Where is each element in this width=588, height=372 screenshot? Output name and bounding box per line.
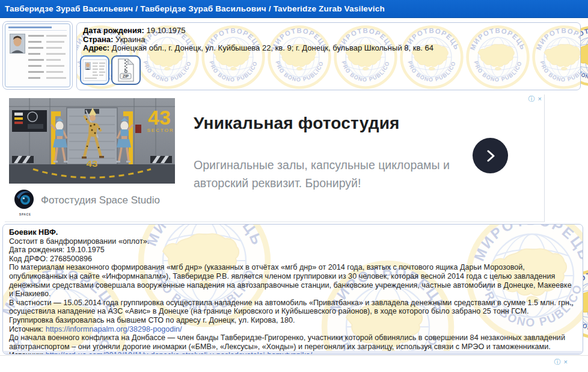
advertisement-bottom-strip: ⓘ× bbox=[0, 355, 588, 372]
document-field-line bbox=[28, 35, 44, 37]
attachment-zip-archive[interactable]: ZIP bbox=[111, 55, 141, 85]
dossier-paragraph: До начала военного конфликта на Донбассе… bbox=[9, 333, 577, 351]
dossier-status-line: Боевик НВФ. bbox=[9, 228, 577, 237]
space-studio-logo-icon bbox=[13, 188, 35, 210]
dossier-line: Код ДРФО: 2768500896 bbox=[9, 255, 577, 264]
ad-info-icon[interactable]: ⓘ bbox=[528, 95, 535, 102]
document-field-line bbox=[28, 71, 44, 73]
document-scan-image[interactable] bbox=[5, 23, 70, 87]
zip-label: ZIP bbox=[123, 74, 129, 78]
dossier-panel: Боевик НВФ. Состоит в бандформировании «… bbox=[2, 224, 583, 355]
logo-caption: SPACE bbox=[13, 213, 37, 216]
dossier-text: Боевик НВФ. Состоит в бандформировании «… bbox=[3, 225, 583, 355]
scene-sector-word: SECTOR bbox=[147, 128, 174, 133]
myrotvorets-emblem bbox=[465, 24, 531, 90]
document-field-line bbox=[28, 77, 40, 79]
ad-creative-image[interactable]: 43 SECTOR 43 bbox=[9, 98, 175, 184]
dossier-source-line: Источник: http://ord-ua.com/2013/10/11/v… bbox=[3, 351, 583, 355]
document-field-line bbox=[46, 47, 62, 49]
dossier-paragraph: В частности — 15.05.2014 года группировк… bbox=[9, 299, 577, 316]
field-country: Страна: Украина bbox=[83, 36, 433, 45]
field-birthdate: Дата рождения: 19.10.1975 bbox=[83, 26, 433, 36]
chevron-right-icon bbox=[484, 149, 497, 163]
source-link-informnapalm[interactable]: https://informnapalm.org/38298-pogodin/ bbox=[46, 325, 182, 333]
page-title: Тавберидзе Зураб Васильевич / Тавберідзе… bbox=[0, 0, 588, 17]
ad-choices-controls: ⓘ× bbox=[525, 95, 542, 104]
document-field-line bbox=[46, 59, 61, 61]
zip-file-icon: ZIP bbox=[112, 57, 139, 84]
ad-advertiser-logo[interactable]: SPACE bbox=[13, 188, 37, 216]
document-field-line bbox=[46, 41, 64, 43]
dossier-source-line: Источник: https://informnapalm.org/38298… bbox=[9, 325, 577, 334]
ad-close-icon[interactable]: × bbox=[538, 95, 542, 102]
document-field-line bbox=[28, 65, 41, 67]
ad-cta-button[interactable] bbox=[473, 138, 508, 173]
field-address: Адрес: Донецкая обл., г. Донецк, ул. Куй… bbox=[83, 44, 433, 53]
document-field-line bbox=[46, 35, 67, 37]
document-scan-divider bbox=[8, 30, 67, 31]
ad-body-text[interactable]: Оригинальные залы, капсульные циклорамы … bbox=[194, 156, 461, 192]
profile-info-panel: Дата рождения: 19.10.1975 Страна: Украин… bbox=[76, 22, 581, 90]
ad-info-icon[interactable]: ⓘ bbox=[554, 358, 561, 365]
document-scan-card[interactable] bbox=[2, 21, 73, 90]
document-field-line bbox=[28, 53, 40, 55]
document-field-line bbox=[46, 71, 63, 73]
document-field-line bbox=[46, 53, 66, 55]
scene-sector-number: 43 bbox=[148, 106, 171, 129]
dossier-line: Состоит в бандформировании «оплот». bbox=[9, 237, 577, 246]
dossier-line: Дата рождения: 19.10.1975 bbox=[9, 246, 577, 255]
profile-fields: Дата рождения: 19.10.1975 Страна: Украин… bbox=[83, 26, 433, 53]
dossier-line: Группировка базировалась на бывшем СТО п… bbox=[9, 316, 577, 325]
myrotvorets-emblem bbox=[531, 24, 581, 90]
advertisement-banner[interactable]: ⓘ× bbox=[5, 95, 545, 222]
ad-choices-controls: ⓘ× bbox=[551, 358, 568, 367]
ad-advertiser-name[interactable]: Фотостудия Space Studio bbox=[41, 194, 160, 206]
document-scan-title-line bbox=[8, 26, 52, 28]
scene-floor-number: 43 bbox=[87, 159, 98, 169]
dossier-paragraph: По материалам незаконного формирования «… bbox=[9, 263, 577, 298]
document-field-line bbox=[28, 59, 44, 61]
document-field-line bbox=[46, 65, 64, 67]
document-field-line bbox=[46, 77, 66, 79]
attachment-document-thumbnail[interactable] bbox=[80, 55, 109, 85]
ad-headline[interactable]: Уникальная фотостудия bbox=[194, 114, 400, 133]
header-bar: Тавберидзе Зураб Васильевич / Тавберідзе… bbox=[0, 0, 588, 18]
document-field-line bbox=[28, 47, 43, 49]
ad-close-icon[interactable]: × bbox=[564, 358, 568, 365]
document-portrait-photo bbox=[10, 34, 25, 54]
document-field-line bbox=[28, 41, 41, 43]
source-link-ord-ua[interactable]: http://ord-ua.com/2013/10/11/v-donecke-s… bbox=[46, 351, 313, 355]
